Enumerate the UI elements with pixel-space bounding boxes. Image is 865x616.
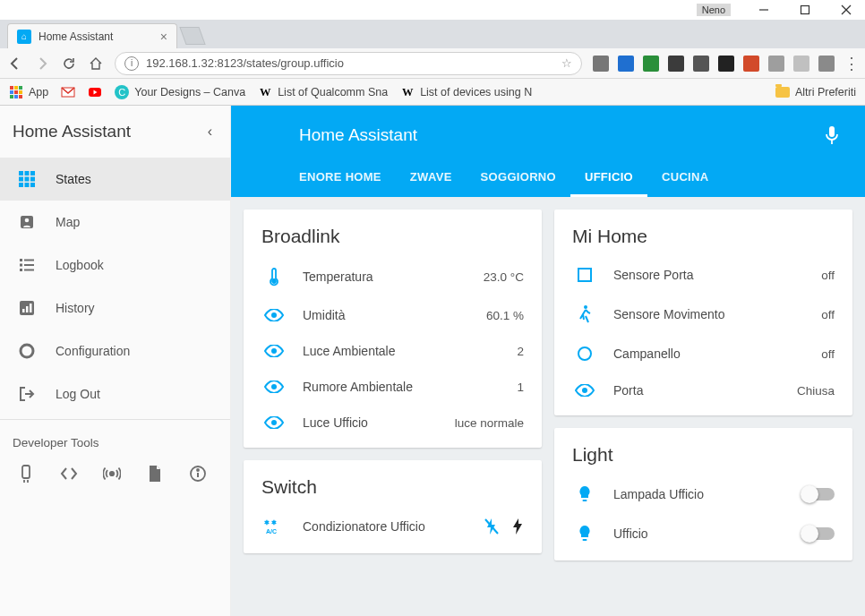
sidebar-item-logout[interactable]: Log Out [0, 372, 230, 415]
apps-grid-icon [9, 85, 23, 99]
sidebar-item-map[interactable]: Map [0, 201, 230, 244]
tab-title: Home Assistant [39, 30, 113, 43]
window-maximize-button[interactable] [790, 1, 820, 19]
browser-toolbar: i 192.168.1.32:8123/states/group.ufficio… [0, 48, 865, 79]
light-label: Lampada Ufficio [613, 487, 802, 501]
nav-back-button[interactable] [7, 56, 23, 71]
bookmark-star-icon[interactable]: ☆ [561, 56, 572, 70]
window-minimize-button[interactable] [749, 1, 779, 19]
flash-off-icon[interactable] [484, 518, 499, 535]
site-info-icon[interactable]: i [124, 56, 139, 71]
bookmark-other[interactable]: Altri Preferiti [775, 86, 856, 98]
address-bar[interactable]: i 192.168.1.32:8123/states/group.ufficio… [115, 52, 582, 75]
light-toggle[interactable] [802, 527, 835, 540]
sensor-value: luce normale [455, 416, 524, 430]
sensor-value: off [821, 308, 835, 321]
ext-icon-5[interactable] [693, 56, 709, 72]
sensor-row-temperatura[interactable]: Temperatura 23.0 °C [261, 256, 524, 297]
window-titlebar: Neno [0, 0, 865, 20]
tab-enore-home[interactable]: ENORE HOME [285, 159, 396, 197]
sensor-row-porta[interactable]: Sensore Porta off [572, 256, 835, 294]
walk-icon [572, 304, 597, 324]
ext-icon-6[interactable] [718, 56, 734, 72]
switch-row-condizionatore[interactable]: ✱ ✱A/C Condizionatore Ufficio [261, 507, 524, 546]
tab-ufficio[interactable]: UFFICIO [570, 159, 647, 197]
light-toggle[interactable] [802, 488, 835, 500]
light-row-ufficio[interactable]: Ufficio [572, 514, 835, 553]
sensor-row-campanello[interactable]: Campanello off [572, 335, 835, 372]
eye-icon [261, 381, 287, 393]
devtool-info-icon[interactable] [188, 464, 208, 483]
ext-icon-4[interactable] [668, 56, 684, 72]
sensor-row-luce-amb[interactable]: Luce Ambientale 2 [261, 333, 524, 369]
sidebar-item-history[interactable]: History [0, 287, 230, 329]
flash-icon[interactable] [511, 518, 524, 535]
sensor-row-rumore-amb[interactable]: Rumore Ambientale 1 [261, 369, 524, 405]
bookmark-label: App [29, 86, 48, 98]
bookmark-apps[interactable]: App [9, 85, 48, 99]
svg-rect-55 [578, 269, 591, 281]
svg-rect-30 [20, 269, 22, 271]
ext-icon-8[interactable] [768, 56, 784, 72]
sidebar-item-configuration[interactable]: Configuration [0, 329, 230, 372]
new-tab-button[interactable] [179, 27, 205, 45]
sensor-label: Campanello [613, 346, 821, 361]
nav-reload-button[interactable] [61, 56, 77, 71]
bookmark-wiki-devices[interactable]: WList of devices using N [400, 85, 532, 99]
sensor-row-luce-uff[interactable]: Luce Ufficio luce normale [261, 405, 524, 441]
card-title: Light [572, 444, 835, 466]
nav-home-button[interactable] [88, 56, 104, 71]
sensor-value: 2 [517, 345, 524, 358]
bookmark-gmail[interactable] [61, 85, 75, 99]
browser-tab-active[interactable]: ⌂ Home Assistant × [7, 23, 177, 48]
svg-rect-15 [19, 171, 23, 175]
extension-icons: ⋮ [593, 54, 858, 73]
nav-forward-button[interactable] [34, 56, 50, 71]
ext-icon-9[interactable] [793, 56, 809, 72]
bookmark-label: List of Qualcomm Sna [278, 86, 388, 98]
devtool-events-icon[interactable] [102, 464, 122, 483]
ext-icon-7[interactable] [743, 56, 759, 72]
tab-cucina[interactable]: CUCINA [647, 159, 723, 197]
sensor-row-movimento[interactable]: Sensore Movimento off [572, 294, 835, 335]
sensor-label: Temperatura [303, 270, 484, 284]
logbook-icon [18, 256, 36, 274]
svg-rect-35 [30, 304, 32, 312]
devtool-services-icon[interactable] [16, 464, 36, 483]
svg-rect-9 [19, 90, 22, 94]
svg-point-48 [271, 312, 277, 318]
bookmark-canva[interactable]: CYour Designs – Canva [115, 85, 245, 99]
voice-button[interactable] [824, 125, 840, 145]
tab-soggiorno[interactable]: SOGGIORNO [467, 159, 570, 197]
bookmark-wiki-qualcomm[interactable]: WList of Qualcomm Sna [258, 85, 388, 99]
bookmark-youtube[interactable] [88, 85, 102, 99]
devtool-templates-icon[interactable] [145, 464, 165, 483]
ext-icon-1[interactable] [593, 56, 609, 72]
window-close-button[interactable] [831, 1, 861, 19]
ext-icon-10[interactable] [818, 56, 835, 72]
sensor-row-umidita[interactable]: Umidità 60.1 % [261, 297, 524, 333]
sensor-label: Luce Ambientale [303, 344, 517, 358]
browser-menu-button[interactable]: ⋮ [844, 54, 858, 73]
tab-zwave[interactable]: ZWAVE [396, 159, 467, 197]
light-row-lampada[interactable]: Lampada Ufficio [572, 475, 835, 514]
devtool-states-icon[interactable] [59, 464, 79, 483]
sensor-value: off [821, 269, 835, 282]
square-outline-icon [572, 267, 597, 283]
browser-tabstrip: ⌂ Home Assistant × [0, 20, 865, 48]
devtools-heading: Developer Tools [0, 424, 230, 458]
lightbulb-icon [572, 525, 597, 543]
circle-outline-icon [572, 346, 597, 362]
tab-close-icon[interactable]: × [160, 30, 167, 44]
ext-icon-3[interactable] [643, 56, 659, 72]
sidebar-item-states[interactable]: States [0, 158, 230, 201]
map-icon [18, 213, 36, 231]
grid-icon [18, 170, 36, 188]
sidebar-collapse-button[interactable]: ‹ [208, 124, 212, 140]
canva-icon: C [115, 85, 129, 99]
svg-rect-20 [30, 177, 35, 182]
ext-icon-2[interactable] [618, 56, 634, 72]
sensor-row-porta2[interactable]: Porta Chiusa [572, 372, 835, 408]
sidebar-item-logbook[interactable]: Logbook [0, 244, 230, 287]
card-switch: Switch ✱ ✱A/C Condizionatore Ufficio [244, 460, 542, 553]
